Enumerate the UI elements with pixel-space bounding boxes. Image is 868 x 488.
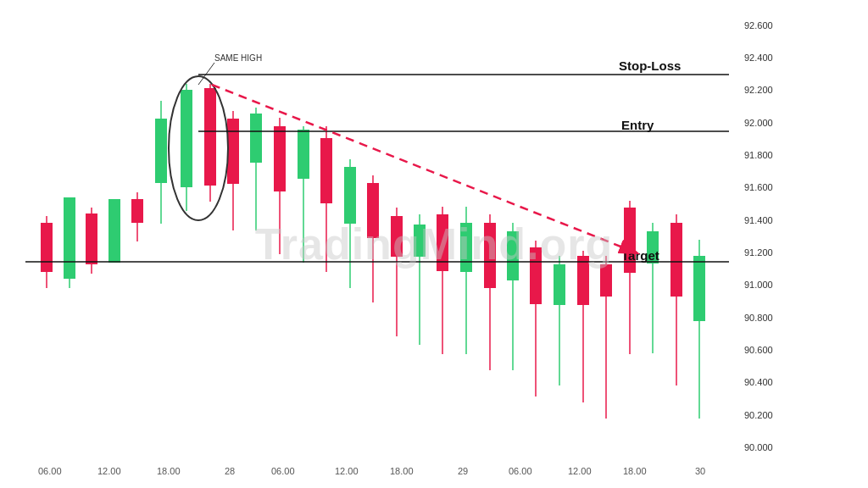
svg-rect-15 xyxy=(204,88,216,186)
svg-rect-37 xyxy=(460,223,472,272)
time-1800-1: 18.00 xyxy=(157,466,181,476)
price-90800: 90.800 xyxy=(744,313,773,323)
price-91200: 91.200 xyxy=(744,247,773,258)
svg-rect-51 xyxy=(624,208,636,273)
price-91600: 91.600 xyxy=(744,182,773,192)
time-1200-3: 12.00 xyxy=(568,466,592,476)
svg-rect-23 xyxy=(298,130,309,179)
time-0600-3: 06.00 xyxy=(509,466,532,476)
svg-rect-43 xyxy=(530,247,542,304)
svg-rect-35 xyxy=(437,214,448,271)
svg-rect-17 xyxy=(227,119,239,184)
svg-rect-47 xyxy=(577,256,589,305)
price-92600: 92.600 xyxy=(744,20,773,30)
price-90400: 90.400 xyxy=(744,377,773,387)
price-91000: 91.000 xyxy=(744,280,773,290)
time-28: 28 xyxy=(225,466,235,476)
price-92400: 92.400 xyxy=(744,53,773,63)
svg-rect-11 xyxy=(155,119,167,183)
price-90600: 90.600 xyxy=(744,345,773,355)
time-29: 29 xyxy=(458,466,468,476)
svg-rect-3 xyxy=(64,197,75,279)
price-90000: 90.000 xyxy=(744,442,773,452)
svg-rect-19 xyxy=(250,114,262,163)
price-90200: 90.200 xyxy=(744,410,773,420)
time-1800-3: 18.00 xyxy=(623,466,647,476)
price-92200: 92.200 xyxy=(744,85,773,95)
time-1200-1: 12.00 xyxy=(97,466,121,476)
time-30: 30 xyxy=(695,466,705,476)
svg-rect-49 xyxy=(600,264,612,297)
svg-rect-45 xyxy=(554,264,565,305)
stop-loss-label: Stop-Loss xyxy=(619,58,681,73)
svg-rect-57 xyxy=(693,256,705,321)
time-0600-1: 06.00 xyxy=(38,466,62,476)
svg-rect-7 xyxy=(108,199,120,263)
entry-label: Entry xyxy=(621,118,654,132)
svg-rect-39 xyxy=(484,223,496,288)
time-1200-2: 12.00 xyxy=(335,466,359,476)
same-high-label: SAME HIGH xyxy=(214,53,262,63)
svg-rect-31 xyxy=(391,216,403,257)
target-label: Target xyxy=(621,248,659,263)
svg-rect-13 xyxy=(181,90,192,187)
svg-rect-21 xyxy=(274,126,286,191)
svg-rect-5 xyxy=(86,214,97,264)
svg-rect-33 xyxy=(414,225,426,257)
svg-rect-25 xyxy=(320,138,332,203)
price-91800: 91.800 xyxy=(744,150,773,160)
svg-rect-1 xyxy=(41,223,53,272)
price-92000: 92.000 xyxy=(744,118,773,128)
price-91400: 91.400 xyxy=(744,215,773,225)
svg-rect-27 xyxy=(344,167,356,224)
svg-line-59 xyxy=(198,63,214,85)
svg-rect-9 xyxy=(131,199,143,223)
chart-container: TradingMind.org 92.600 92.400 92.200 92.… xyxy=(0,0,868,488)
time-1800-2: 18.00 xyxy=(390,466,414,476)
time-0600-2: 06.00 xyxy=(271,466,295,476)
svg-rect-29 xyxy=(367,183,379,238)
svg-point-58 xyxy=(169,76,228,220)
svg-rect-41 xyxy=(507,231,519,280)
svg-rect-55 xyxy=(670,223,682,297)
